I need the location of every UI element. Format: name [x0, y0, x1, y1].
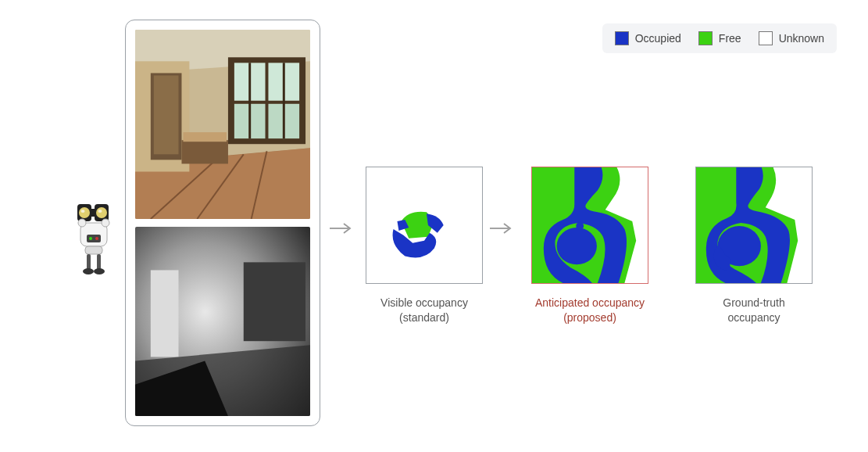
visible-occupancy-caption: Visible occupancy (standard)	[354, 296, 495, 325]
svg-point-9	[102, 219, 109, 227]
svg-rect-27	[154, 75, 179, 154]
anticipated-occupancy-map	[531, 167, 648, 284]
svg-point-16	[83, 268, 94, 274]
input-panel	[125, 20, 320, 426]
legend-label-unknown: Unknown	[779, 32, 824, 45]
caption-line1: Ground-truth	[723, 296, 784, 309]
swatch-occupied	[615, 31, 629, 45]
ground-truth-occupancy-map	[695, 167, 813, 284]
svg-point-47	[576, 222, 584, 230]
caption-line2: occupancy	[728, 311, 780, 324]
svg-point-6	[98, 210, 102, 213]
svg-rect-10	[87, 235, 101, 242]
arrow-icon	[328, 221, 355, 239]
rgb-image	[135, 30, 310, 219]
legend-item-unknown: Unknown	[759, 31, 824, 45]
legend-label-occupied: Occupied	[635, 32, 681, 45]
legend-item-occupied: Occupied	[615, 31, 681, 45]
caption-line2: (proposed)	[563, 311, 616, 324]
svg-point-12	[95, 237, 98, 240]
caption-line2: (standard)	[399, 311, 449, 324]
svg-point-5	[81, 210, 85, 213]
ground-truth-occupancy-caption: Ground-truth occupancy	[684, 296, 824, 325]
svg-point-8	[78, 219, 86, 227]
svg-rect-38	[151, 270, 179, 357]
anticipated-occupancy-caption: Anticipated occupancy (proposed)	[520, 296, 660, 325]
arrow-icon	[488, 221, 515, 239]
svg-rect-41	[244, 262, 305, 341]
caption-line1: Visible occupancy	[380, 296, 468, 309]
svg-rect-15	[97, 254, 101, 270]
caption-line1: Anticipated occupancy	[535, 296, 645, 309]
depth-image	[135, 227, 310, 416]
swatch-unknown	[759, 31, 773, 45]
legend: Occupied Free Unknown	[602, 23, 837, 53]
svg-point-4	[96, 207, 107, 218]
svg-rect-36	[183, 132, 227, 142]
svg-rect-14	[87, 254, 91, 270]
svg-rect-35	[181, 140, 227, 163]
legend-item-free: Free	[698, 31, 741, 45]
svg-point-3	[79, 207, 90, 218]
svg-point-46	[557, 228, 597, 264]
svg-rect-13	[85, 246, 102, 254]
svg-point-11	[89, 237, 92, 240]
swatch-free	[698, 31, 713, 45]
robot-icon	[66, 199, 121, 281]
svg-point-17	[94, 268, 105, 274]
visible-occupancy-map	[366, 167, 483, 284]
legend-label-free: Free	[719, 32, 741, 45]
